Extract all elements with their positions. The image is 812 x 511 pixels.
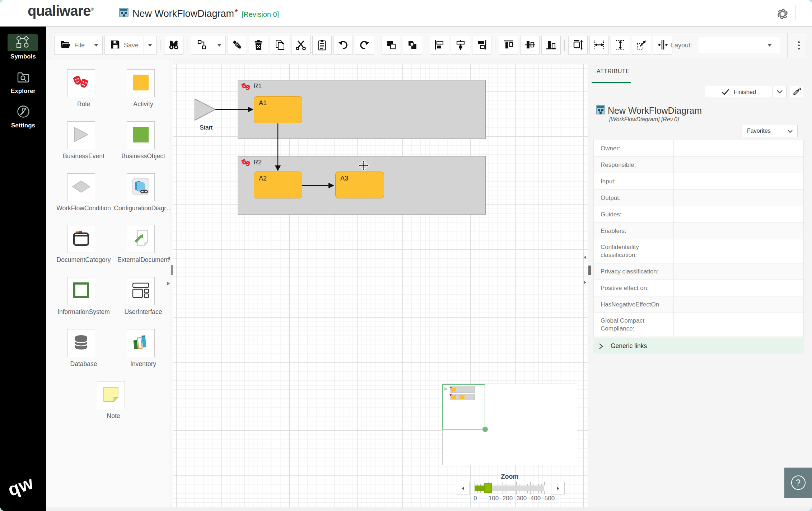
attribute-field-value[interactable] — [674, 140, 803, 156]
paste-button[interactable] — [312, 36, 332, 55]
align-right-button[interactable] — [472, 36, 491, 55]
app-header: qualiware® New WorkFlowDiagram*[Revision… — [0, 0, 812, 27]
zoom-out-button[interactable] — [456, 482, 470, 494]
minimap-viewport-handle[interactable] — [482, 427, 488, 432]
file-button-dropdown[interactable] — [90, 36, 103, 55]
align-left-icon — [434, 39, 445, 52]
palette-item-role[interactable] — [67, 69, 95, 97]
qualiware-logo: qualiware® — [28, 3, 94, 19]
minimap[interactable] — [442, 384, 577, 465]
bring-to-front-button[interactable] — [382, 36, 401, 55]
attribute-field-value[interactable] — [674, 157, 803, 173]
format-painter-button[interactable] — [228, 36, 247, 55]
zoom-slider-handle[interactable] — [484, 483, 492, 493]
copy-button[interactable] — [270, 36, 289, 55]
delete-button[interactable] — [249, 36, 268, 55]
match-width-button[interactable] — [589, 36, 609, 55]
send-to-back-button[interactable] — [403, 36, 422, 55]
panel-collapse-icon[interactable] — [584, 255, 586, 259]
attribute-field-value[interactable] — [674, 190, 803, 206]
panel-expand-icon[interactable] — [584, 281, 586, 284]
note-icon — [103, 386, 119, 404]
palette-item-configuration-diagram[interactable] — [127, 173, 155, 201]
connector-button[interactable] — [191, 36, 213, 55]
chevron-down-icon — [148, 44, 152, 47]
resize-icon — [636, 39, 647, 52]
save-button[interactable]: Save — [104, 36, 144, 55]
align-left-button[interactable] — [430, 36, 449, 55]
activity-a1[interactable]: A1 — [254, 96, 302, 123]
attribute-field-value[interactable] — [674, 239, 803, 263]
cut-button[interactable] — [291, 36, 311, 55]
minimap-viewport[interactable] — [442, 384, 485, 430]
palette-item-external-document[interactable] — [127, 225, 155, 253]
zoom-in-button[interactable] — [551, 482, 565, 494]
palette-item-information-system[interactable] — [67, 277, 95, 305]
generic-links-row[interactable]: Generic links — [593, 338, 804, 354]
palette-label-activity: Activity — [111, 100, 176, 108]
configuration-diagram-icon — [132, 178, 149, 197]
resize-height-button[interactable] — [568, 36, 588, 55]
palette-item-business-object[interactable] — [127, 121, 155, 149]
folder-icon — [60, 39, 71, 51]
align-bottom-button[interactable] — [541, 36, 561, 55]
align-center-button[interactable] — [451, 36, 470, 55]
palette-item-activity[interactable] — [127, 69, 155, 97]
align-middle-button[interactable] — [520, 36, 540, 55]
attribute-field-value[interactable] — [674, 280, 803, 296]
attribute-row: Privacy classification: — [594, 263, 803, 280]
palette-item-inventory[interactable] — [127, 329, 155, 357]
attribute-field-value[interactable] — [674, 223, 803, 239]
palette-label-user-interface: UserInterface — [111, 308, 176, 316]
attribute-field-value[interactable] — [674, 173, 803, 189]
chevron-down-icon — [217, 44, 221, 47]
match-height-button[interactable] — [611, 36, 630, 55]
palette-item-database[interactable] — [67, 329, 95, 357]
clipboard-icon — [317, 39, 327, 52]
more-options-button[interactable] — [792, 33, 806, 58]
attribute-field-value[interactable] — [674, 263, 803, 280]
redo-button[interactable] — [355, 36, 374, 55]
palette-item-note[interactable] — [97, 381, 125, 409]
attribute-field-value[interactable] — [674, 296, 803, 313]
attribute-field-value[interactable] — [674, 206, 803, 222]
zoom-tick-label: 500 — [545, 495, 555, 502]
palette-item-user-interface[interactable] — [127, 277, 155, 305]
undo-button[interactable] — [333, 36, 353, 55]
palette-collapse-icon[interactable] — [167, 257, 170, 260]
app-window: qualiware® New WorkFlowDiagram*[Revision… — [0, 0, 812, 511]
palette-item-business-event[interactable] — [67, 121, 95, 149]
palette-item-workflow-condition[interactable] — [67, 173, 95, 201]
toolbar-separator — [378, 40, 378, 51]
nav-item-symbols[interactable] — [8, 34, 38, 51]
nav-item-explorer[interactable] — [17, 71, 30, 85]
attribute-row: Input: — [594, 173, 803, 190]
resize-button[interactable] — [632, 36, 651, 55]
save-button-dropdown[interactable] — [144, 36, 157, 55]
attribute-row: HasNegativeEffectOn — [594, 296, 803, 313]
ai-assistant-icon[interactable] — [776, 8, 789, 22]
find-button[interactable] — [164, 36, 183, 55]
help-button[interactable]: ? — [784, 468, 812, 498]
activity-a2[interactable]: A2 — [254, 172, 302, 198]
split-button[interactable] — [653, 36, 672, 55]
favorites-select[interactable]: Favorites — [742, 125, 798, 137]
activity-a3[interactable]: A3 — [335, 172, 384, 198]
edit-button[interactable] — [790, 86, 803, 98]
palette-expand-icon[interactable] — [167, 282, 170, 285]
file-button[interactable]: File — [54, 36, 90, 55]
connector-button-dropdown[interactable] — [213, 36, 226, 55]
tab-attribute[interactable]: ATTRIBUTE — [597, 68, 630, 75]
status-finished-button[interactable]: Finished — [705, 86, 773, 98]
align-top-button[interactable] — [499, 36, 518, 55]
start-event-label: Start — [187, 124, 225, 131]
nav-item-settings[interactable] — [17, 105, 30, 119]
layout-select[interactable] — [699, 37, 780, 53]
diagram-canvas[interactable]: R1 R2 A1 A2 A3 Start — [173, 60, 588, 507]
canvas-scrollbar[interactable] — [588, 60, 592, 507]
canvas-scrollbar-thumb[interactable] — [588, 266, 591, 275]
attribute-field-value[interactable] — [674, 313, 803, 337]
palette-item-document-category[interactable] — [67, 225, 95, 253]
attribute-field-label: Enablers: — [594, 223, 674, 239]
status-dropdown-button[interactable] — [773, 86, 787, 98]
